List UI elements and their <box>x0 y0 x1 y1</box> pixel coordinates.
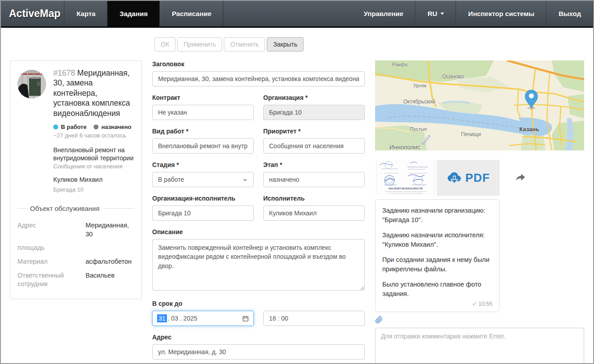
nav-tab-map[interactable]: Карта <box>64 1 107 26</box>
contract-field-label: Контракт <box>152 94 254 101</box>
due-date-input[interactable]: 31 . 03 . 2025 <box>152 311 254 326</box>
cancel-button[interactable]: Отменить <box>224 37 265 51</box>
organization-input <box>263 105 365 120</box>
step-field-label: Этап * <box>263 161 365 168</box>
comment-input[interactable] <box>375 328 584 364</box>
date-day-selected[interactable]: 31 <box>157 314 167 322</box>
map-label-osinovo: Осиново <box>442 73 464 80</box>
nav-item-system-inspector[interactable]: Инспектор системы <box>456 1 547 26</box>
field-value-area <box>85 244 134 253</box>
nav-tab-tasks[interactable]: Задания <box>107 1 160 26</box>
task-title: #1678 Меридианная, 30, замена контейнера… <box>53 68 134 118</box>
map-label-urnyak: Урняк <box>413 83 426 88</box>
description-textarea[interactable]: Заменить поврежденный контейнер и устано… <box>152 239 365 291</box>
map-label-kazan: Казань <box>519 126 539 133</box>
organization-field-label: Организация * <box>263 94 365 101</box>
map-label-innopolis: Иннополис <box>389 144 420 150</box>
message-time: 10:55 <box>479 301 492 307</box>
work-type-field-label: Вид работ * <box>152 128 254 135</box>
stage-select[interactable]: В работе <box>152 172 254 187</box>
form-toolbar: ОК Применить Отменить Закрыть <box>154 37 584 51</box>
language-label: RU <box>427 10 437 17</box>
task-id: #1678 <box>53 69 75 77</box>
field-label-area: площадь <box>17 244 85 253</box>
stage-select-value: В работе <box>158 176 184 183</box>
chevron-down-icon <box>242 177 248 183</box>
attachments-row: ПАСПОРТ БЕЗОПАСНОСТИ PDF <box>375 160 584 196</box>
activity-message: Было установлено главное фото задания. <box>382 280 492 298</box>
top-navbar: ActiveMap Карта Задания Расписание Управ… <box>1 1 593 28</box>
date-month-year[interactable]: . 03 . 2025 <box>168 315 197 322</box>
executor-org-input[interactable] <box>152 206 254 221</box>
main-content: ОК Применить Отменить Закрыть <box>1 28 593 364</box>
map-label-raifa: Раифа <box>392 62 407 67</box>
delivered-check-icon: ✓ <box>472 301 477 307</box>
chevron-down-icon <box>440 13 444 15</box>
nav-tab-schedule[interactable]: Расписание <box>160 1 223 26</box>
close-button[interactable]: Закрыть <box>267 37 303 51</box>
title-field-label: Заголовок <box>152 60 365 68</box>
app-window: ActiveMap Карта Задания Расписание Управ… <box>0 0 594 364</box>
task-edit-form: Заголовок Контракт Организация * Вид <box>152 60 365 364</box>
field-label-responsible: Ответственный сотрудник <box>17 271 85 289</box>
field-value-material: асфальтобетон <box>85 257 134 266</box>
share-icon[interactable] <box>516 174 525 182</box>
field-value-responsible: Васильев <box>85 271 134 289</box>
work-type-input[interactable] <box>152 138 254 154</box>
task-organization: Бригада 10 <box>53 186 134 193</box>
due-time-input[interactable] <box>263 311 365 326</box>
activity-message: Заданию назначили организацию: "Бригада … <box>382 206 492 224</box>
ok-button[interactable]: ОК <box>154 37 175 51</box>
task-summary-card: #1678 Меридианная, 30, замена контейнера… <box>10 60 142 299</box>
executor-org-field-label: Организация-исполнитель <box>152 195 254 202</box>
service-object-section-title: Объект обслуживания <box>17 205 134 212</box>
service-object-fields: Адрес Меридианная, 30 площадь Материал а… <box>17 221 134 288</box>
attach-file-paperclip-icon[interactable] <box>375 316 383 324</box>
field-label-address: Адрес <box>17 221 85 239</box>
task-priority: Сообщения от населения <box>53 163 134 170</box>
due-date-field-label: В срок до <box>152 300 365 307</box>
map-label-pustye: Пустые <box>410 126 427 132</box>
status-stage: В работе <box>53 124 86 130</box>
map-label-oktyabrsky: Октябрьский <box>403 98 435 105</box>
executor-input[interactable] <box>263 206 365 221</box>
calendar-icon[interactable] <box>242 315 249 322</box>
activity-log-card: Заданию назначили организацию: "Бригада … <box>375 199 500 312</box>
field-value-address: Меридианная, 30 <box>85 221 134 239</box>
nav-item-logout[interactable]: Выход <box>547 1 593 26</box>
address-input[interactable] <box>152 344 365 360</box>
field-label-material: Материал <box>17 257 85 266</box>
task-work-type: Внеплановый ремонт на внутридомовой терр… <box>53 146 134 162</box>
pdf-label: PDF <box>466 171 490 185</box>
address-field-label: Адрес <box>152 334 365 341</box>
task-photo-avatar[interactable] <box>17 70 46 98</box>
time-remaining: ~27 дней 6 часов осталось <box>53 132 134 139</box>
executor-field-label: Исполнитель <box>263 195 365 202</box>
task-status-row: В работе назначено <box>53 124 134 130</box>
contract-input[interactable] <box>152 105 254 120</box>
attachment-pdf-thumbnail[interactable]: PDF <box>437 160 500 196</box>
priority-field-label: Приоритет * <box>263 128 365 135</box>
apply-button[interactable]: Применить <box>177 37 222 51</box>
message-meta: ✓ 10:55 <box>382 300 492 308</box>
attachment-document-thumbnail[interactable]: ПАСПОРТ БЕЗОПАСНОСТИ <box>375 160 436 196</box>
stage-dot-icon <box>53 124 58 129</box>
activity-message: Заданию назначили исполнителя: "Куликов … <box>382 231 492 249</box>
task-assignee: Куликов Михаил <box>53 176 134 183</box>
document-caption: ПАСПОРТ БЕЗОПАСНОСТИ <box>389 187 423 190</box>
title-input[interactable] <box>152 71 365 86</box>
app-logo[interactable]: ActiveMap <box>1 1 64 26</box>
activity-message: При создании задания к нему были прикреп… <box>382 255 492 274</box>
status-step: назначено <box>94 124 131 130</box>
stage-field-label: Стадия * <box>152 161 254 168</box>
nav-item-language[interactable]: RU <box>415 1 456 26</box>
map-view[interactable]: Раифа Осиново Урняк Октябрьский Пустые П… <box>375 60 584 150</box>
pdf-download-icon <box>447 171 462 184</box>
map-label-pechishchi: Печищи <box>461 131 481 137</box>
nav-spacer <box>223 1 351 26</box>
description-field-label: Описание <box>152 228 365 236</box>
priority-input[interactable] <box>263 138 365 154</box>
task-side-panel: Раифа Осиново Урняк Октябрьский Пустые П… <box>375 60 584 364</box>
nav-item-management[interactable]: Управление <box>352 1 416 26</box>
step-input[interactable] <box>263 172 365 187</box>
